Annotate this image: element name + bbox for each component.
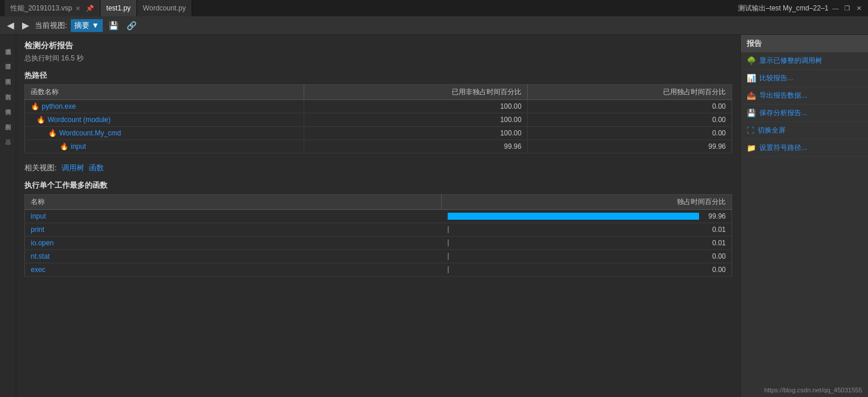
bar-value: 0.01	[703, 239, 726, 247]
right-panel-item-label: 切换全屏	[758, 126, 786, 135]
non-exclusive-cell: 100.00	[304, 127, 528, 140]
hot-path-title: 热路径	[24, 70, 732, 81]
right-panel-item-label: 保存分析报告...	[759, 108, 807, 118]
right-panel-item-label: 显示已修整的调用树	[759, 56, 822, 66]
dropdown-value: 摘要	[74, 20, 89, 31]
func-col-pct: 独占时间百分比	[442, 195, 732, 210]
sidebar-icon-7[interactable]: 器	[1, 128, 15, 142]
func-row[interactable]: print0.01	[25, 223, 732, 237]
non-exclusive-cell: 99.96	[304, 140, 528, 153]
functions-table: 名称 独占时间百分比 input99.96print0.01io.open0.0…	[24, 194, 732, 277]
right-panel-item-label: 导出报告数据...	[759, 91, 807, 101]
right-panel-item[interactable]: ⛶切换全屏	[741, 122, 868, 140]
func-row[interactable]: io.open0.01	[25, 237, 732, 250]
tabs-container: 性能_20191013.vsp ✕ 📌 test1.py Wordcount.p…	[5, 0, 192, 16]
sidebar-icon-6[interactable]: 图列表	[1, 113, 15, 127]
col-exclusive: 已用独占时间百分比	[528, 85, 732, 100]
content-area: 检测分析报告 总执行时间 16.5 秒 热路径 函数名称 已用非独占时间百分比 …	[16, 35, 740, 397]
func-name-cell[interactable]: print	[25, 223, 442, 237]
right-panel-item[interactable]: 📁设置符号路径...	[741, 140, 868, 157]
tab-close-icon[interactable]: ✕	[75, 5, 80, 12]
report-header: 检测分析报告 总执行时间 16.5 秒	[24, 41, 732, 63]
tab-vsp[interactable]: 性能_20191013.vsp ✕ 📌	[5, 0, 100, 16]
report-title: 检测分析报告	[24, 41, 732, 51]
func-name-cell[interactable]: 🔥python.exe	[25, 100, 304, 113]
right-panel-item-icon: ⛶	[747, 126, 754, 135]
tab-wordcount[interactable]: Wordcount.py	[137, 0, 192, 16]
flame-icon: 🔥	[37, 116, 45, 124]
table-header-row: 函数名称 已用非独占时间百分比 已用独占时间百分比	[25, 85, 732, 100]
functions-title: 执行单个工作最多的函数	[24, 180, 732, 191]
bar-container: 0.00	[448, 266, 726, 274]
func-name-cell[interactable]: 🔥Wordcount.My_cmd	[25, 127, 304, 140]
hot-path-row[interactable]: 🔥python.exe100.000.00	[25, 100, 732, 113]
func-name-cell[interactable]: 🔥Wordcount (module)	[25, 113, 304, 127]
bar-container: 0.00	[448, 252, 726, 260]
save-button[interactable]: 💾	[106, 20, 121, 31]
main-layout: 测试选项 管理器 调用图 列表范 例调用 图列表 器 检测分析报告 总执行时间 …	[0, 35, 868, 397]
right-panel-item[interactable]: 🌳显示已修整的调用树	[741, 52, 868, 70]
call-tree-link[interactable]: 调用树	[62, 163, 84, 173]
func-header-row: 名称 独占时间百分比	[25, 195, 732, 210]
view-dropdown[interactable]: 摘要 ▼	[71, 19, 103, 32]
sidebar-icon-5[interactable]: 例调用	[1, 98, 15, 112]
sidebar-icon-1[interactable]: 测试选项	[1, 37, 15, 51]
right-panel-item[interactable]: 📤导出报告数据...	[741, 87, 868, 105]
hot-path-row[interactable]: 🔥Wordcount.My_cmd100.000.00	[25, 127, 732, 140]
exclusive-cell: 99.96	[528, 140, 732, 153]
right-panel-item-icon: 💾	[747, 109, 756, 117]
sidebar-icon-4[interactable]: 列表范	[1, 83, 15, 96]
toolbar: ◀ ▶ 当前视图: 摘要 ▼ 💾 🔗	[0, 16, 868, 35]
chevron-down-icon: ▼	[92, 21, 99, 30]
right-panel-item-label: 比较报告...	[759, 73, 793, 83]
bar-value: 0.00	[703, 252, 726, 260]
func-name-cell[interactable]: 🔥input	[25, 140, 304, 153]
tab-label: 性能_20191013.vsp	[10, 3, 72, 13]
sidebar-icon-2[interactable]: 管理器	[1, 52, 15, 66]
title-right: 测试输出–test My_cmd–22–1 — ❐ ✕	[738, 3, 863, 13]
func-name-cell[interactable]: io.open	[25, 237, 442, 250]
bar-value: 0.00	[703, 266, 726, 274]
flame-icon: 🔥	[31, 102, 39, 110]
right-panel-item-icon: 📁	[747, 144, 756, 152]
hot-path-table: 函数名称 已用非独占时间百分比 已用独占时间百分比 🔥python.exe100…	[24, 84, 732, 153]
right-panel-item[interactable]: 📊比较报告...	[741, 70, 868, 87]
related-views-label: 相关视图:	[24, 163, 57, 173]
tab-test1[interactable]: test1.py	[100, 0, 137, 16]
current-view-label: 当前视图:	[35, 20, 67, 31]
right-panel-item-icon: 🌳	[747, 56, 756, 65]
non-exclusive-cell: 100.00	[304, 113, 528, 127]
func-row[interactable]: exec0.00	[25, 263, 732, 277]
exclusive-cell: 0.00	[528, 113, 732, 127]
tab-pin[interactable]: 📌	[86, 5, 94, 12]
functions-link[interactable]: 函数	[89, 163, 104, 173]
right-panel-footer: https://blog.csdn.net/qq_45031555	[741, 383, 868, 397]
bar-container: 0.01	[448, 239, 726, 247]
minimize-btn[interactable]: —	[831, 3, 840, 13]
sidebar-icon-3[interactable]: 调用图	[1, 67, 15, 81]
func-name-cell[interactable]: nt.stat	[25, 250, 442, 263]
func-name-cell[interactable]: input	[25, 210, 442, 223]
forward-button[interactable]: ▶	[20, 19, 31, 32]
right-panel-item-icon: 📤	[747, 91, 756, 100]
right-panel-item-icon: 📊	[747, 74, 756, 83]
tab-label: test1.py	[106, 4, 131, 12]
close-btn[interactable]: ✕	[854, 3, 863, 13]
hot-path-row[interactable]: 🔥input99.9699.96	[25, 140, 732, 153]
right-panel-item[interactable]: 💾保存分析报告...	[741, 105, 868, 122]
flame-icon: 🔥	[60, 142, 69, 151]
func-row[interactable]: nt.stat0.00	[25, 250, 732, 263]
func-col-name: 名称	[25, 195, 442, 210]
window-title: 测试输出–test My_cmd–22–1	[738, 3, 829, 13]
restore-btn[interactable]: ❐	[842, 3, 852, 13]
bar-cell: 0.00	[442, 250, 732, 263]
func-row[interactable]: input99.96	[25, 210, 732, 223]
back-button[interactable]: ◀	[5, 19, 16, 32]
tab-label: Wordcount.py	[143, 4, 186, 12]
share-button[interactable]: 🔗	[124, 20, 139, 31]
right-panel: 报告 🌳显示已修整的调用树📊比较报告...📤导出报告数据...💾保存分析报告..…	[740, 35, 868, 397]
exclusive-cell: 0.00	[528, 100, 732, 113]
hot-path-row[interactable]: 🔥Wordcount (module)100.000.00	[25, 113, 732, 127]
bar-cell: 0.00	[442, 263, 732, 277]
func-name-cell[interactable]: exec	[25, 263, 442, 277]
